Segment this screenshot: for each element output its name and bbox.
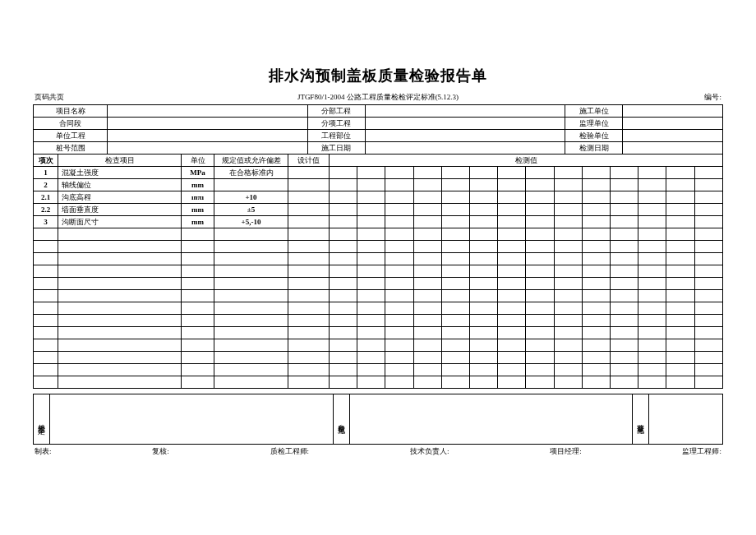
table-row: 2.1 沟底高程 ınπı +10	[34, 191, 723, 204]
table-row	[34, 376, 723, 389]
table-row	[34, 278, 723, 290]
label-selfcheck: 自检意见	[333, 394, 349, 445]
sign-tech: 技术负责人:	[410, 446, 449, 457]
label-supervise-opinion: 监理意见	[633, 394, 649, 445]
value-appearance	[50, 394, 334, 445]
value-unit-proj	[108, 130, 308, 142]
cell-design	[288, 167, 330, 179]
standard-ref: JTGF80/1-2004 公路工程质量检检评定标准(5.12.3)	[0, 92, 756, 103]
value-construct-unit	[623, 105, 723, 118]
cell-item: 沟断面尺寸	[58, 216, 182, 228]
value-detect-date	[623, 142, 723, 155]
sign-review: 复核:	[152, 446, 169, 457]
inspection-table: 项次 检查项目 单位 规定值或允许偏差 设计值 检测值 1 混凝土强度 MPa …	[33, 154, 723, 389]
label-detect-date: 检测日期	[565, 142, 623, 155]
table-row: 1 混凝土强度 MPa 在合格标准内	[34, 167, 723, 179]
sign-sup: 监理工程师:	[682, 446, 721, 457]
cell-unit: mm	[182, 179, 214, 191]
cell-spec	[214, 179, 288, 191]
value-contract	[108, 118, 308, 130]
table-row: 2 轴线偏位 mm	[34, 179, 723, 191]
cell-unit: mm	[182, 204, 214, 216]
cell-spec: +5,-10	[214, 216, 288, 228]
page-title: 排水沟预制盖板质量检验报告单	[33, 66, 723, 85]
value-work-part	[365, 130, 565, 142]
cell-spec: ±5	[214, 204, 288, 216]
info-table: 项目名称 分部工程 施工单位 合同段 分项工程 监理单位 单位工程 工程部位 检…	[33, 104, 723, 155]
table-row: 3 沟断面尺寸 mm +5,-10	[34, 216, 723, 228]
head-seq: 项次	[34, 155, 58, 167]
table-row	[34, 327, 723, 339]
cell-unit: ınπı	[182, 191, 214, 204]
cell-item: 轴线偏位	[58, 179, 182, 191]
value-item-proj	[365, 118, 565, 130]
table-row: 2.2 墙面垂直度 mm ±5	[34, 204, 723, 216]
value-work-date	[365, 142, 565, 155]
cell-seq: 2	[34, 179, 58, 191]
cell-spec: +10	[214, 191, 288, 204]
label-stake-range: 桩号范围	[34, 142, 108, 155]
label-work-part: 工程部位	[307, 130, 365, 142]
table-row	[34, 265, 723, 278]
cell-item: 沟底高程	[58, 191, 182, 204]
head-measured: 检测值	[330, 155, 723, 167]
cell-seq: 1	[34, 167, 58, 179]
label-construct-unit: 施工单位	[565, 105, 623, 118]
label-inspect-unit: 检验单位	[565, 130, 623, 142]
cell-item: 墙面垂直度	[58, 204, 182, 216]
head-unit: 单位	[182, 155, 214, 167]
label-contract: 合同段	[34, 118, 108, 130]
label-work-date: 施工日期	[307, 142, 365, 155]
cell-seq: 3	[34, 216, 58, 228]
cell-seq: 2.2	[34, 204, 58, 216]
label-unit-proj: 单位工程	[34, 130, 108, 142]
label-item-proj: 分项工程	[307, 118, 365, 130]
sign-tab: 制表:	[35, 446, 52, 457]
table-row	[34, 290, 723, 302]
value-sub-proj	[365, 105, 565, 118]
table-row	[34, 302, 723, 315]
label-supervise-unit: 监理单位	[565, 118, 623, 130]
head-design: 设计值	[288, 155, 330, 167]
table-row	[34, 241, 723, 253]
label-project-name: 项目名称	[34, 105, 108, 118]
cell-spec: 在合格标准内	[214, 167, 288, 179]
cell-seq: 2.1	[34, 191, 58, 204]
label-appearance: 外观鉴定	[34, 394, 50, 445]
head-item: 检查项目	[58, 155, 182, 167]
top-info-row: 页码共页 JTGF80/1-2004 公路工程质量检检评定标准(5.12.3) …	[33, 92, 723, 103]
cell-item: 混凝土强度	[58, 167, 182, 179]
cell-unit: mm	[182, 216, 214, 228]
label-sub-proj: 分部工程	[307, 105, 365, 118]
value-selfcheck	[349, 394, 633, 445]
value-project-name	[108, 105, 308, 118]
table-row	[34, 315, 723, 327]
cell-unit: MPa	[182, 167, 214, 179]
value-inspect-unit	[623, 130, 723, 142]
table-row	[34, 339, 723, 352]
sign-pm: 项目经理:	[550, 446, 582, 457]
value-stake-range	[108, 142, 308, 155]
head-spec: 规定值或允许偏差	[214, 155, 288, 167]
table-row	[34, 253, 723, 265]
table-row	[34, 228, 723, 241]
opinion-block: 外观鉴定 自检意见 监理意见	[33, 394, 723, 445]
sign-qc: 质检工程师:	[270, 446, 310, 457]
table-row	[34, 352, 723, 364]
signature-row: 制表: 复核: 质检工程师: 技术负责人: 项目经理: 监理工程师:	[33, 446, 723, 457]
value-supervise-unit	[623, 118, 723, 130]
table-row	[34, 364, 723, 376]
value-supervise-opinion	[649, 394, 723, 445]
